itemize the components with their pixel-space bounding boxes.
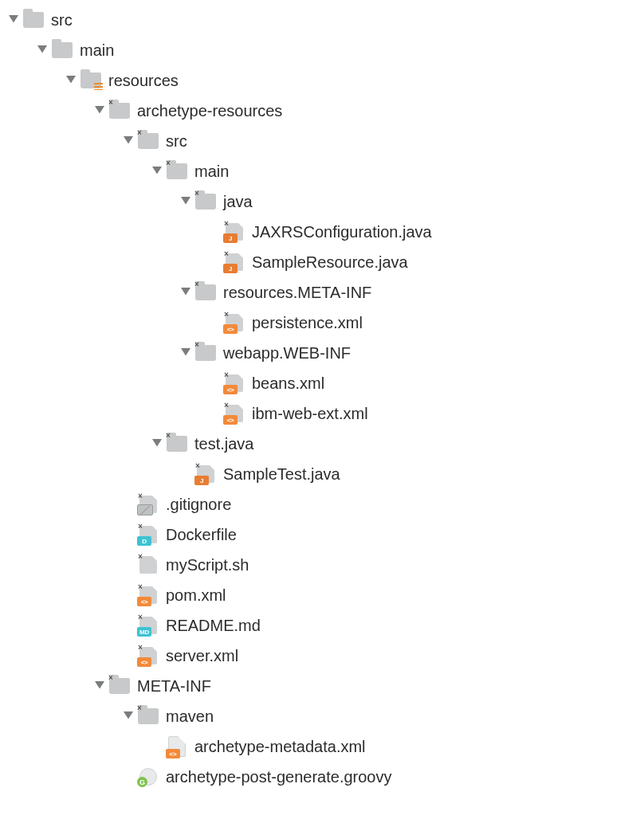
tree-row[interactable]: ×main	[6, 156, 638, 186]
expand-arrow-icon[interactable]	[150, 164, 164, 178]
svg-marker-1	[37, 45, 47, 53]
xml-file-icon: ×	[223, 405, 245, 422]
excluded-folder-icon: ×	[137, 132, 159, 150]
tree-item-label: test.java	[194, 435, 253, 453]
tree-row[interactable]: archetype-post-generate.groovy	[6, 762, 638, 792]
xml-file-icon	[166, 738, 188, 755]
tree-row[interactable]: ×.gitignore	[6, 489, 638, 519]
tree-row[interactable]: ×JAXRSConfiguration.java	[6, 217, 638, 247]
tree-row[interactable]: ×beans.xml	[6, 368, 638, 398]
tree-row[interactable]: ×src	[6, 126, 638, 156]
tree-row[interactable]: ×java	[6, 186, 638, 217]
excluded-folder-icon: ×	[137, 707, 159, 725]
excluded-folder-icon: ×	[194, 284, 217, 301]
tree-item-label: main	[80, 41, 114, 60]
expand-arrow-icon[interactable]	[121, 134, 135, 148]
resources-folder-icon	[80, 72, 102, 89]
tree-row[interactable]: ×archetype-resources	[6, 96, 638, 126]
folder-icon	[22, 11, 45, 29]
svg-marker-7	[181, 288, 190, 296]
tree-item-label: myScript.sh	[166, 556, 249, 574]
svg-marker-2	[66, 76, 76, 84]
tree-item-label: resources	[108, 72, 179, 90]
tree-item-label: archetype-resources	[137, 102, 282, 120]
expand-arrow-icon[interactable]	[121, 709, 135, 723]
tree-item-label: README.md	[166, 617, 261, 635]
tree-item-label: java	[223, 193, 253, 211]
markdown-file-icon: ×	[137, 617, 159, 634]
svg-marker-5	[152, 167, 162, 174]
gitignore-file-icon: ×	[137, 496, 159, 513]
tree-item-label: maven	[166, 707, 214, 726]
svg-marker-8	[181, 348, 190, 356]
svg-marker-9	[152, 439, 162, 447]
project-tree: srcmainresources×archetype-resources×src…	[0, 0, 644, 808]
excluded-folder-icon: ×	[108, 677, 131, 695]
expand-arrow-icon[interactable]	[92, 679, 107, 693]
expand-arrow-icon[interactable]	[179, 346, 193, 360]
tree-item-label: .gitignore	[166, 496, 231, 514]
excluded-folder-icon: ×	[108, 102, 131, 120]
excluded-folder-icon: ×	[166, 435, 188, 453]
tree-item-label: webapp.WEB-INF	[223, 344, 351, 363]
tree-row[interactable]: ×server.xml	[6, 641, 638, 671]
excluded-folder-icon: ×	[194, 344, 217, 362]
svg-marker-10	[95, 681, 104, 689]
folder-icon	[51, 41, 73, 59]
tree-row[interactable]: ×persistence.xml	[6, 308, 638, 338]
tree-row[interactable]: main	[6, 35, 638, 65]
tree-item-label: src	[166, 132, 187, 151]
tree-row[interactable]: ×ibm-web-ext.xml	[6, 398, 638, 429]
svg-marker-11	[124, 711, 133, 719]
tree-row[interactable]: ×resources.META-INF	[6, 277, 638, 308]
docker-file-icon: ×	[137, 526, 159, 543]
tree-item-label: src	[51, 11, 73, 29]
tree-item-label: main	[194, 163, 229, 181]
tree-row[interactable]: archetype-metadata.xml	[6, 731, 638, 762]
expand-arrow-icon[interactable]	[179, 285, 193, 300]
svg-marker-6	[181, 197, 190, 205]
expand-arrow-icon[interactable]	[150, 437, 164, 451]
xml-file-icon: ×	[223, 374, 245, 392]
java-file-icon: ×	[194, 465, 217, 483]
tree-row[interactable]: ×pom.xml	[6, 580, 638, 610]
tree-item-label: persistence.xml	[252, 314, 363, 332]
tree-item-label: archetype-metadata.xml	[194, 738, 366, 756]
tree-row[interactable]: ×myScript.sh	[6, 550, 638, 580]
tree-item-label: pom.xml	[166, 586, 226, 605]
xml-file-icon: ×	[137, 586, 159, 604]
expand-arrow-icon[interactable]	[35, 43, 49, 57]
expand-arrow-icon[interactable]	[6, 13, 21, 27]
excluded-file-icon: ×	[137, 556, 159, 574]
xml-file-icon: ×	[223, 314, 245, 331]
groovy-file-icon	[137, 768, 159, 786]
tree-row[interactable]: ×Dockerfile	[6, 519, 638, 550]
svg-marker-3	[95, 106, 104, 114]
java-file-icon: ×	[223, 253, 245, 271]
tree-row[interactable]: ×test.java	[6, 429, 638, 459]
tree-row[interactable]: ×README.md	[6, 610, 638, 641]
tree-row[interactable]: ×SampleTest.java	[6, 459, 638, 489]
tree-row[interactable]: ×webapp.WEB-INF	[6, 338, 638, 368]
tree-item-label: SampleResource.java	[252, 253, 408, 272]
tree-row[interactable]: ×META-INF	[6, 671, 638, 701]
expand-arrow-icon[interactable]	[179, 194, 193, 209]
tree-item-label: archetype-post-generate.groovy	[166, 768, 392, 786]
java-file-icon: ×	[223, 223, 245, 241]
tree-item-label: ibm-web-ext.xml	[252, 405, 368, 423]
expand-arrow-icon[interactable]	[64, 73, 78, 88]
svg-marker-4	[124, 136, 133, 144]
tree-item-label: META-INF	[137, 677, 211, 696]
tree-row[interactable]: ×maven	[6, 701, 638, 731]
xml-file-icon: ×	[137, 647, 159, 664]
tree-row[interactable]: ×SampleResource.java	[6, 247, 638, 277]
tree-row[interactable]: src	[6, 5, 638, 35]
tree-item-label: beans.xml	[252, 374, 324, 393]
expand-arrow-icon[interactable]	[92, 104, 107, 118]
tree-item-label: JAXRSConfiguration.java	[252, 223, 432, 241]
excluded-folder-icon: ×	[166, 163, 188, 180]
tree-item-label: SampleTest.java	[223, 465, 340, 484]
tree-item-label: resources.META-INF	[223, 284, 371, 302]
tree-item-label: Dockerfile	[166, 526, 237, 544]
tree-row[interactable]: resources	[6, 65, 638, 96]
